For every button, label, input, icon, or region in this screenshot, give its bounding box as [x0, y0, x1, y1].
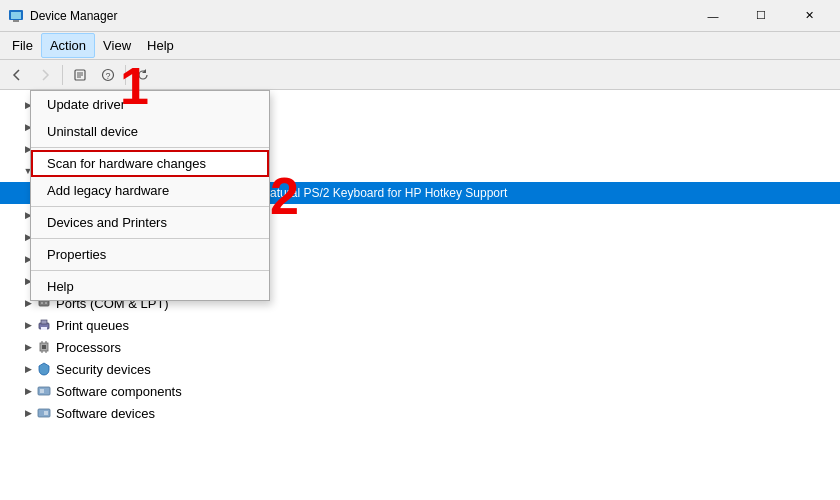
dropdown-add-legacy[interactable]: Add legacy hardware — [31, 177, 269, 204]
tree-item-security[interactable]: ▶ Security devices — [0, 358, 840, 380]
help-toolbar-button[interactable]: ? — [95, 63, 121, 87]
dropdown-sep-3 — [31, 238, 269, 239]
expand-security[interactable]: ▶ — [20, 361, 36, 377]
print-icon — [36, 317, 52, 333]
dropdown-properties[interactable]: Properties — [31, 241, 269, 268]
menu-bar: File Action View Help — [0, 32, 840, 60]
print-label: Print queues — [56, 318, 129, 333]
software-devices-label: Software devices — [56, 406, 155, 421]
action-dropdown-menu: Update driver Uninstall device Scan for … — [30, 90, 270, 301]
tree-item-processors[interactable]: ▶ Processors — [0, 336, 840, 358]
menu-action[interactable]: Action — [41, 33, 95, 58]
processors-icon — [36, 339, 52, 355]
tree-item-print-queues[interactable]: ▶ Print queues — [0, 314, 840, 336]
svg-rect-1 — [11, 12, 21, 19]
software-components-label: Software components — [56, 384, 182, 399]
toolbar-separator-2 — [125, 65, 126, 85]
app-icon — [8, 8, 24, 24]
svg-rect-52 — [40, 389, 44, 393]
maximize-button[interactable]: ☐ — [738, 0, 784, 32]
svg-point-41 — [45, 302, 47, 304]
dropdown-help[interactable]: Help — [31, 273, 269, 300]
menu-view[interactable]: View — [95, 34, 139, 57]
software-components-icon — [36, 383, 52, 399]
svg-rect-2 — [13, 20, 19, 22]
refresh-button[interactable] — [130, 63, 156, 87]
menu-help[interactable]: Help — [139, 34, 182, 57]
svg-rect-43 — [41, 320, 47, 324]
menu-file[interactable]: File — [4, 34, 41, 57]
title-bar-text: Device Manager — [30, 9, 117, 23]
forward-button[interactable] — [32, 63, 58, 87]
dropdown-sep-4 — [31, 270, 269, 271]
dropdown-uninstall-device[interactable]: Uninstall device — [31, 118, 269, 145]
toolbar-separator-1 — [62, 65, 63, 85]
dropdown-update-driver[interactable]: Update driver — [31, 91, 269, 118]
dropdown-sep-2 — [31, 206, 269, 207]
svg-text:?: ? — [105, 71, 110, 81]
expand-processors[interactable]: ▶ — [20, 339, 36, 355]
svg-point-40 — [41, 302, 43, 304]
svg-rect-54 — [44, 411, 48, 415]
svg-rect-44 — [41, 327, 47, 330]
expand-software-components[interactable]: ▶ — [20, 383, 36, 399]
main-content: ▶ Human Interface Devices ▶ IDE ATA/ATAP… — [0, 90, 840, 500]
dropdown-scan-hardware[interactable]: Scan for hardware changes — [31, 150, 269, 177]
toolbar: ? — [0, 60, 840, 90]
back-button[interactable] — [4, 63, 30, 87]
properties-button[interactable] — [67, 63, 93, 87]
dropdown-sep-1 — [31, 147, 269, 148]
title-bar: Device Manager — ☐ ✕ — [0, 0, 840, 32]
tree-item-software-devices[interactable]: ▶ Software devices — [0, 402, 840, 424]
title-bar-controls: — ☐ ✕ — [690, 0, 832, 32]
security-label: Security devices — [56, 362, 151, 377]
dropdown-devices-printers[interactable]: Devices and Printers — [31, 209, 269, 236]
processors-label: Processors — [56, 340, 121, 355]
tree-item-software-components[interactable]: ▶ Software components — [0, 380, 840, 402]
expand-print[interactable]: ▶ — [20, 317, 36, 333]
minimize-button[interactable]: — — [690, 0, 736, 32]
close-button[interactable]: ✕ — [786, 0, 832, 32]
expand-software-devices[interactable]: ▶ — [20, 405, 36, 421]
software-devices-icon — [36, 405, 52, 421]
security-icon — [36, 361, 52, 377]
svg-rect-46 — [42, 345, 46, 349]
